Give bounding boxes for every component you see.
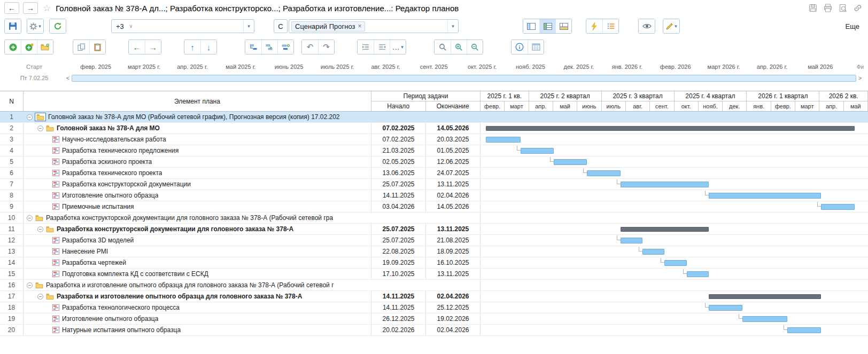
save-icon[interactable] bbox=[808, 3, 818, 13]
forward-button[interactable]: → bbox=[23, 2, 38, 14]
view-split-button[interactable] bbox=[555, 19, 571, 33]
scroll-left-button[interactable]: < bbox=[64, 75, 72, 81]
gantt-bar[interactable] bbox=[709, 193, 821, 199]
search-button[interactable] bbox=[435, 40, 451, 54]
collapse-icon[interactable]: − bbox=[27, 215, 33, 221]
indent-button[interactable]: → bbox=[145, 40, 161, 54]
filter-combo[interactable]: +3 ∨ ▾ bbox=[111, 19, 254, 33]
add-copy-button[interactable] bbox=[21, 40, 37, 54]
visibility-button[interactable] bbox=[639, 19, 655, 33]
scroll-right-button[interactable]: > bbox=[856, 75, 864, 81]
view-gantt-button[interactable] bbox=[539, 19, 555, 33]
table-row[interactable]: 10−Разработка конструкторской документац… bbox=[0, 213, 868, 224]
link-icon[interactable] bbox=[853, 3, 863, 13]
add-button[interactable] bbox=[5, 40, 21, 54]
move-down-button[interactable]: ↓ bbox=[200, 40, 216, 54]
copy-button[interactable] bbox=[73, 40, 89, 54]
undo-button[interactable]: ↶ bbox=[302, 40, 318, 54]
gantt-bar[interactable] bbox=[709, 305, 742, 311]
collapse-icon[interactable]: − bbox=[37, 125, 43, 131]
table-row[interactable]: 5Разработка эскизного проекта02.05.20251… bbox=[0, 156, 868, 168]
gantt-bar[interactable] bbox=[587, 170, 620, 176]
paste-button[interactable] bbox=[89, 40, 105, 54]
gantt-bar[interactable] bbox=[521, 148, 554, 154]
refresh-button[interactable] bbox=[50, 19, 66, 33]
gantt-bar[interactable] bbox=[687, 271, 709, 277]
gantt-bar[interactable] bbox=[821, 204, 855, 210]
level-right-button[interactable] bbox=[374, 40, 390, 54]
more-button[interactable]: Еще bbox=[841, 20, 864, 33]
calendar-button[interactable] bbox=[528, 40, 544, 54]
collapse-icon[interactable]: − bbox=[27, 114, 33, 120]
table-row[interactable]: 7Разработка конструкторской документации… bbox=[0, 179, 868, 190]
settings-button[interactable]: ▾ bbox=[27, 19, 43, 33]
level-left-button[interactable] bbox=[358, 40, 374, 54]
collapse-icon[interactable]: − bbox=[37, 226, 43, 232]
link-tasks-button[interactable] bbox=[245, 40, 261, 54]
back-button[interactable]: ← bbox=[4, 2, 19, 14]
edit-mode-button[interactable]: ▾ bbox=[663, 19, 679, 33]
table-row[interactable]: 19Изготовление опытного образца26.12.202… bbox=[0, 313, 868, 325]
table-row[interactable]: 6Разработка технического проекта13.06.20… bbox=[0, 168, 868, 179]
row-number-cell: 1 bbox=[0, 112, 24, 122]
table-row[interactable]: 9Приемочные испытания03.04.202614.05.202… bbox=[0, 201, 868, 213]
print-preview-icon[interactable] bbox=[838, 3, 848, 13]
table-row[interactable]: 2−Головной заказ № 378-А для МО07.02.202… bbox=[0, 123, 868, 134]
table-row[interactable]: 3Научно-исследовательская работа07.02.20… bbox=[0, 134, 868, 145]
task-add-button[interactable] bbox=[277, 40, 293, 54]
table-row[interactable]: 8Изготовление опытного образца14.11.2025… bbox=[0, 190, 868, 201]
scenario-prefix-button[interactable]: С bbox=[274, 19, 288, 33]
zoom-in-button[interactable] bbox=[451, 40, 467, 54]
gantt-bar[interactable] bbox=[486, 126, 855, 131]
collapse-icon[interactable]: − bbox=[27, 282, 33, 288]
gantt-bar[interactable] bbox=[621, 238, 642, 243]
gantt-bar[interactable] bbox=[554, 159, 587, 165]
outdent-button[interactable]: ← bbox=[129, 40, 145, 54]
scenario-combo[interactable]: Сценарий Прогноз× ▾ bbox=[289, 19, 459, 33]
row-number-cell: 5 bbox=[0, 156, 24, 167]
gantt-cell bbox=[480, 291, 868, 302]
gantt-bar[interactable] bbox=[787, 327, 821, 333]
timeline-range-band[interactable] bbox=[72, 75, 856, 82]
gantt-bar[interactable] bbox=[642, 249, 665, 255]
table-row[interactable]: 4Разработка технического предложения21.0… bbox=[0, 145, 868, 156]
table-row[interactable]: 15Подготовка комплекта КД с соответствии… bbox=[0, 269, 868, 280]
save-button[interactable] bbox=[5, 19, 21, 33]
table-row[interactable]: 14Разработка чертежей19.09.202516.10.202… bbox=[0, 257, 868, 269]
table-row[interactable]: 1−Головной заказ № 378-А для МО (Рабочий… bbox=[0, 112, 868, 123]
table-row[interactable]: 17−Разработка и изготовление опытного об… bbox=[0, 291, 868, 302]
table-row[interactable]: 16−Разработка и изготовление опытного об… bbox=[0, 280, 868, 291]
table-row[interactable]: 20Натурные испытания опытного образца20.… bbox=[0, 325, 868, 336]
recalculate-button[interactable] bbox=[586, 19, 602, 33]
add-group-button[interactable] bbox=[37, 40, 53, 54]
levels-menu-button[interactable]: ...▾ bbox=[390, 40, 406, 54]
gantt-bar[interactable] bbox=[621, 227, 709, 232]
gantt-bar[interactable] bbox=[709, 294, 821, 299]
scenario-tag[interactable]: Сценарий Прогноз× bbox=[291, 21, 365, 32]
filter-dropdown-button[interactable]: ▾ bbox=[243, 20, 254, 33]
move-up-button[interactable]: ↑ bbox=[184, 40, 200, 54]
remove-tag-icon[interactable]: × bbox=[358, 22, 361, 30]
task-icon bbox=[52, 327, 59, 333]
quarter-header-cell: 2025 г. 3 квартал bbox=[602, 91, 675, 101]
table-row[interactable]: 12Разработка 3D моделей25.07.202521.08.2… bbox=[0, 235, 868, 246]
checklist-button[interactable] bbox=[602, 19, 618, 33]
table-row[interactable]: 11−Разработка конструкторской документац… bbox=[0, 224, 868, 235]
table-row[interactable]: 13Нанесение PMI22.08.202518.09.2025 bbox=[0, 246, 868, 257]
window-title: Головной заказ № 378-А дл...; Разработка… bbox=[56, 4, 459, 13]
info-button[interactable]: i bbox=[511, 40, 528, 54]
redo-button[interactable]: ↷ bbox=[318, 40, 334, 54]
view-columns-button[interactable] bbox=[523, 19, 539, 33]
gantt-bar[interactable] bbox=[486, 137, 521, 143]
plan-cell: −Разработка и изготовление опытного обра… bbox=[24, 280, 480, 290]
task-move-button[interactable] bbox=[261, 40, 277, 54]
zoom-out-button[interactable] bbox=[467, 40, 483, 54]
table-row[interactable]: 18Разработка технологического процесса14… bbox=[0, 302, 868, 313]
gantt-bar[interactable] bbox=[742, 316, 788, 322]
scenario-dropdown-button[interactable]: ▾ bbox=[447, 20, 458, 33]
print-icon[interactable] bbox=[823, 3, 833, 13]
collapse-icon[interactable]: − bbox=[37, 294, 43, 300]
gantt-bar[interactable] bbox=[664, 260, 687, 266]
gantt-bar[interactable] bbox=[621, 182, 709, 187]
favorite-star-icon[interactable]: ☆ bbox=[43, 3, 51, 14]
